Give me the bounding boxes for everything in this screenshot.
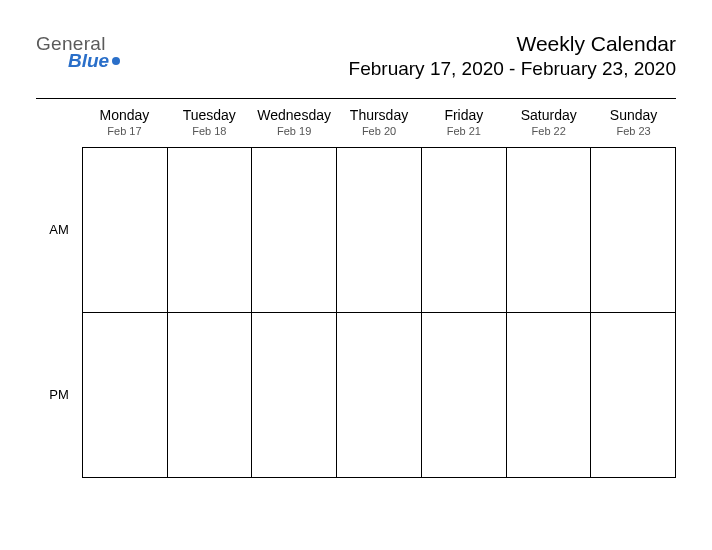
day-header-monday: Monday Feb 17 [82, 107, 167, 137]
day-name: Wednesday [252, 107, 337, 123]
cell-am-mon [83, 148, 168, 313]
day-name: Tuesday [167, 107, 252, 123]
period-labels: AM PM [36, 147, 82, 478]
cell-am-thu [337, 148, 422, 313]
day-date: Feb 20 [337, 125, 422, 137]
cell-am-sat [507, 148, 592, 313]
day-date: Feb 21 [421, 125, 506, 137]
day-date: Feb 22 [506, 125, 591, 137]
header: General Blue Weekly Calendar February 17… [36, 32, 676, 80]
date-range: February 17, 2020 - February 23, 2020 [349, 58, 676, 80]
cell-am-tue [168, 148, 253, 313]
day-name: Friday [421, 107, 506, 123]
title-block: Weekly Calendar February 17, 2020 - Febr… [349, 32, 676, 80]
cell-am-wed [252, 148, 337, 313]
logo: General Blue [36, 32, 120, 70]
day-date: Feb 23 [591, 125, 676, 137]
logo-text-2: Blue [36, 51, 120, 70]
period-am: AM [36, 147, 82, 312]
day-header-wednesday: Wednesday Feb 19 [252, 107, 337, 137]
day-header-saturday: Saturday Feb 22 [506, 107, 591, 137]
day-date: Feb 18 [167, 125, 252, 137]
calendar-grid: AM PM [36, 147, 676, 478]
cell-pm-thu [337, 313, 422, 478]
cell-pm-sat [507, 313, 592, 478]
day-headers-row: Monday Feb 17 Tuesday Feb 18 Wednesday F… [36, 99, 676, 147]
day-name: Monday [82, 107, 167, 123]
day-header-thursday: Thursday Feb 20 [337, 107, 422, 137]
cell-am-sun [591, 148, 676, 313]
day-name: Thursday [337, 107, 422, 123]
day-header-sunday: Sunday Feb 23 [591, 107, 676, 137]
day-name: Saturday [506, 107, 591, 123]
cell-pm-mon [83, 313, 168, 478]
day-date: Feb 19 [252, 125, 337, 137]
day-name: Sunday [591, 107, 676, 123]
cell-am-fri [422, 148, 507, 313]
day-header-friday: Friday Feb 21 [421, 107, 506, 137]
period-pm: PM [36, 312, 82, 477]
period-col-spacer [36, 107, 82, 137]
cell-pm-tue [168, 313, 253, 478]
day-header-tuesday: Tuesday Feb 18 [167, 107, 252, 137]
cell-pm-wed [252, 313, 337, 478]
cell-pm-fri [422, 313, 507, 478]
cell-pm-sun [591, 313, 676, 478]
day-date: Feb 17 [82, 125, 167, 137]
grid-cells [82, 147, 676, 478]
calendar: Monday Feb 17 Tuesday Feb 18 Wednesday F… [36, 98, 676, 478]
page-title: Weekly Calendar [349, 32, 676, 56]
